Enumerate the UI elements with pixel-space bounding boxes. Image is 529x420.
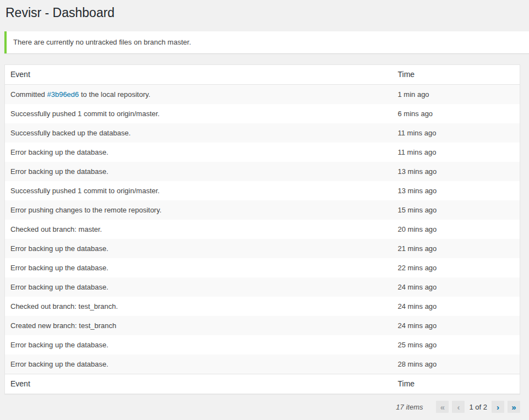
events-table-container: Event Time Committed #3b96ed6 to the loc… — [4, 64, 520, 394]
table-header: Event Time — [5, 65, 520, 85]
time-cell: 28 mins ago — [392, 354, 520, 374]
event-cell: Committed #3b96ed6 to the local reposito… — [5, 85, 392, 105]
time-cell: 24 mins ago — [392, 277, 520, 297]
table-row: Error backing up the database. 28 mins a… — [5, 354, 520, 374]
event-text: Committed — [10, 90, 47, 99]
table-row: Error backing up the database. 22 mins a… — [5, 258, 520, 277]
time-cell: 1 min ago — [392, 85, 520, 105]
event-cell: Created new branch: test_branch — [5, 316, 392, 335]
page-title: Revisr - Dashboard — [0, 0, 529, 21]
event-cell: Error backing up the database. — [5, 354, 392, 374]
event-cell: Successfully pushed 1 commit to origin/m… — [5, 181, 392, 200]
event-cell: Error backing up the database. — [5, 335, 392, 354]
table-row: Successfully pushed 1 commit to origin/m… — [5, 181, 520, 200]
table-row: Error pushing changes to the remote repo… — [5, 200, 520, 220]
table-row: Checked out branch: test_branch. 24 mins… — [5, 297, 520, 316]
event-cell: Error backing up the database. — [5, 143, 392, 162]
event-cell: Error backing up the database. — [5, 239, 392, 258]
time-cell: 25 mins ago — [392, 335, 520, 354]
time-cell: 21 mins ago — [392, 239, 520, 258]
table-footer: Event Time — [5, 374, 520, 394]
time-cell: 24 mins ago — [392, 297, 520, 316]
time-cell: 11 mins ago — [392, 123, 520, 143]
first-page-button: « — [436, 401, 449, 413]
next-page-button[interactable]: › — [492, 401, 504, 413]
items-count: 17 items — [396, 403, 423, 411]
event-cell: Checked out branch: master. — [5, 220, 392, 239]
time-cell: 13 mins ago — [392, 162, 520, 181]
table-row: Error backing up the database. 13 mins a… — [5, 162, 520, 181]
event-cell: Error pushing changes to the remote repo… — [5, 200, 392, 220]
table-row: Error backing up the database. 21 mins a… — [5, 239, 520, 258]
table-row: Committed #3b96ed6 to the local reposito… — [5, 85, 520, 105]
event-cell: Successfully pushed 1 commit to origin/m… — [5, 104, 392, 123]
time-cell: 20 mins ago — [392, 220, 520, 239]
table-pagination: 17 items « ‹ 1 of 2 › » — [4, 401, 520, 413]
table-row: Checked out branch: master. 20 mins ago — [5, 220, 520, 239]
success-notice: There are currently no untracked files o… — [4, 31, 529, 53]
table-row: Created new branch: test_branch 24 mins … — [5, 316, 520, 335]
table-row: Error backing up the database. 11 mins a… — [5, 143, 520, 162]
footer-row: Event Time — [5, 374, 520, 394]
time-column-footer: Time — [392, 374, 520, 394]
page-indicator: 1 of 2 — [469, 403, 487, 411]
commit-link[interactable]: #3b96ed6 — [47, 90, 79, 99]
time-cell: 22 mins ago — [392, 258, 520, 277]
table-row: Successfully backed up the database. 11 … — [5, 123, 520, 143]
table-row: Error backing up the database. 25 mins a… — [5, 335, 520, 354]
event-column-header: Event — [5, 65, 392, 85]
events-table: Event Time Committed #3b96ed6 to the loc… — [4, 64, 520, 394]
table-row: Successfully pushed 1 commit to origin/m… — [5, 104, 520, 123]
event-cell: Error backing up the database. — [5, 258, 392, 277]
time-cell: 15 mins ago — [392, 200, 520, 220]
time-cell: 6 mins ago — [392, 104, 520, 123]
time-cell: 11 mins ago — [392, 143, 520, 162]
event-cell: Error backing up the database. — [5, 277, 392, 297]
table-row: Error backing up the database. 24 mins a… — [5, 277, 520, 297]
time-cell: 13 mins ago — [392, 181, 520, 200]
event-cell: Checked out branch: test_branch. — [5, 297, 392, 316]
time-cell: 24 mins ago — [392, 316, 520, 335]
prev-page-button: ‹ — [452, 401, 465, 413]
notice-message: There are currently no untracked files o… — [13, 38, 191, 46]
event-text: to the local repository. — [79, 90, 150, 99]
event-column-footer: Event — [5, 374, 392, 394]
last-page-button[interactable]: » — [508, 401, 520, 413]
table-body: Committed #3b96ed6 to the local reposito… — [5, 85, 520, 374]
event-cell: Error backing up the database. — [5, 162, 392, 181]
time-column-header: Time — [392, 65, 520, 85]
event-cell: Successfully backed up the database. — [5, 123, 392, 143]
header-row: Event Time — [5, 65, 520, 85]
